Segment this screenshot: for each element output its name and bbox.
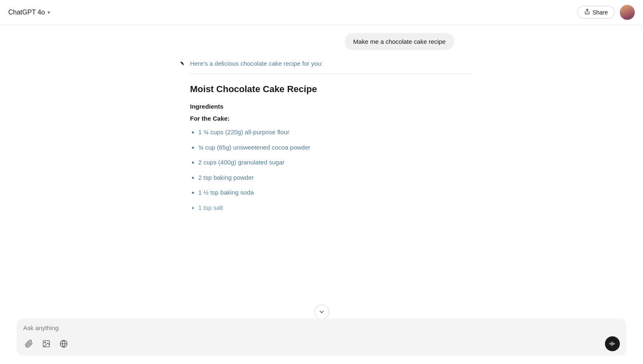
ingredients-heading: Ingredients: [190, 103, 471, 110]
ingredient-list: 1 ¾ cups (220g) all-purpose flour ¾ cup …: [190, 128, 471, 212]
chatgpt-icon: [173, 61, 184, 72]
scroll-down-button[interactable]: [314, 305, 329, 319]
svg-rect-6: [611, 343, 612, 345]
header-left: ChatGPT 4o ▾: [8, 9, 50, 16]
chat-content: Make me a chocolate cake recipe Here's a…: [165, 33, 479, 219]
header: ChatGPT 4o ▾ Share: [0, 0, 643, 25]
list-item: 1 ½ tsp baking soda: [198, 188, 471, 197]
list-item: 1 tsp salt: [198, 203, 471, 213]
share-button[interactable]: Share: [577, 6, 615, 19]
svg-rect-5: [610, 343, 610, 345]
ai-response-container: Here's a delicious chocolate cake recipe…: [173, 60, 471, 219]
app-title: ChatGPT 4o: [8, 9, 45, 16]
for-the-cake-heading: For the Cake:: [190, 115, 471, 122]
chat-input[interactable]: [23, 324, 620, 331]
ai-intro-text: Here's a delicious chocolate cake recipe…: [190, 60, 471, 67]
attach-button[interactable]: [23, 338, 35, 350]
list-item: 2 tsp baking powder: [198, 173, 471, 183]
avatar-inner: [620, 5, 635, 20]
avatar[interactable]: [620, 5, 635, 20]
share-label: Share: [593, 9, 608, 16]
chat-area: Make me a chocolate cake recipe Here's a…: [0, 25, 643, 327]
input-area: [17, 319, 626, 356]
list-item: 1 ¾ cups (220g) all-purpose flour: [198, 128, 471, 137]
divider: [190, 74, 471, 74]
input-left-actions: [23, 338, 69, 350]
svg-rect-9: [614, 343, 615, 345]
header-right: Share: [577, 5, 635, 20]
input-actions: [23, 336, 620, 351]
share-icon: [584, 9, 590, 16]
ai-response-content: Here's a delicious chocolate cake recipe…: [190, 60, 471, 219]
list-item: 2 cups (400g) granulated sugar: [198, 158, 471, 167]
recipe-title: Moist Chocolate Cake Recipe: [190, 84, 471, 95]
image-button[interactable]: [41, 338, 52, 350]
svg-rect-7: [612, 342, 613, 346]
svg-point-2: [45, 342, 46, 343]
send-button[interactable]: [605, 336, 620, 351]
list-item: ¾ cup (65g) unsweetened cocoa powder: [198, 143, 471, 152]
browse-button[interactable]: [58, 338, 69, 350]
user-message-bubble: Make me a chocolate cake recipe: [345, 33, 454, 50]
chevron-down-icon[interactable]: ▾: [48, 10, 50, 15]
user-message-container: Make me a chocolate cake recipe: [173, 33, 471, 50]
svg-rect-8: [613, 343, 614, 345]
